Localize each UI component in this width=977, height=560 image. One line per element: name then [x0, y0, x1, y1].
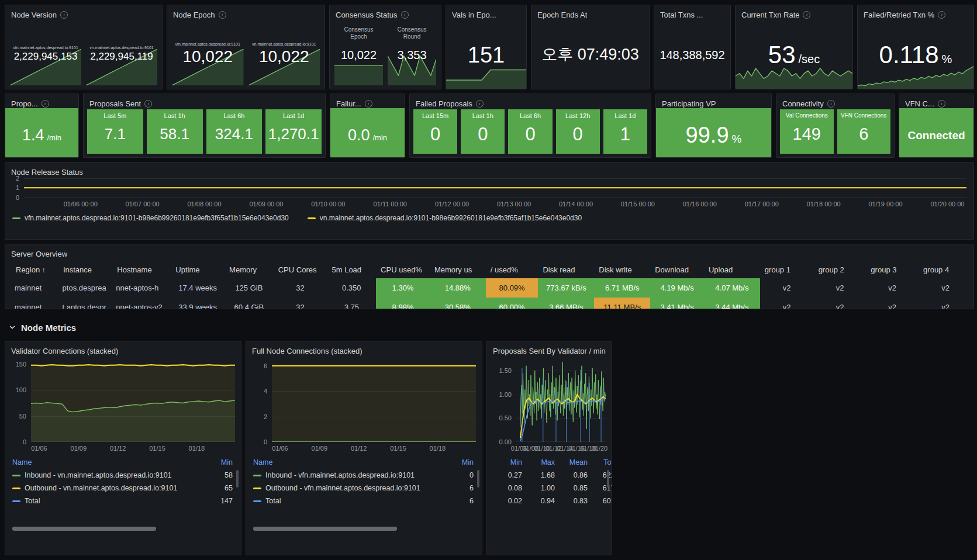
full-node-connections-chart[interactable]: 642001/0601/0901/1201/1501/18 — [248, 360, 476, 452]
legend-col-min[interactable]: Min — [205, 458, 237, 466]
panel-header[interactable]: Proposals Sent By Validator / min — [487, 341, 612, 357]
column-header--used-[interactable]: / used% — [486, 261, 538, 278]
legend-series-label[interactable]: Outbound - vn.mainnet.aptos.despread.io:… — [25, 484, 177, 492]
x-axis-label: 01/13 00:00 — [497, 201, 531, 208]
legend-value: 6 — [446, 484, 478, 492]
section-node-metrics[interactable]: Node Metrics — [8, 320, 76, 334]
stat-value: 58.1 — [160, 126, 189, 141]
legend-value: 0.27 — [494, 471, 527, 479]
info-icon[interactable]: i — [938, 11, 945, 19]
panel-title-text: Failed Proposals — [416, 99, 472, 108]
plot-column: 01/06 00:0001/07 00:0001/08 00:0001/09 0… — [24, 177, 966, 209]
y-axis-label: 4 — [264, 388, 267, 395]
column-header-download[interactable]: Download — [650, 261, 704, 278]
legend-scrollbar-vertical[interactable] — [236, 470, 239, 488]
legend-series-label[interactable]: Outbound - vfn.mainnet.aptos.despread.io… — [265, 484, 420, 492]
legend-col-total[interactable]: Total⌄ — [592, 458, 612, 466]
legend-scrollbar-horizontal[interactable] — [12, 527, 156, 531]
plot-area[interactable] — [272, 360, 476, 442]
legend-scrollbar-horizontal[interactable] — [253, 527, 397, 531]
panel-connectivity: ConnectivityiVal Connections149VFN Conne… — [776, 94, 895, 158]
legend-col-name[interactable]: Name — [253, 458, 446, 466]
info-icon[interactable]: i — [803, 11, 810, 19]
x-axis-label: 01/18 00:00 — [807, 201, 841, 208]
table-cell: 3.75 — [327, 298, 376, 309]
plot-area[interactable] — [516, 360, 606, 442]
panel-header[interactable]: Node Release Status — [5, 163, 973, 178]
panel-header[interactable]: Failed/Retried Txn %i — [858, 5, 973, 20]
legend-col-mean[interactable]: Mean — [560, 458, 592, 466]
info-icon[interactable]: i — [938, 100, 945, 108]
panel-header[interactable]: Vals in Epo... — [446, 5, 526, 20]
column-header-disk-write[interactable]: Disk write — [594, 261, 650, 278]
validator-connections-chart[interactable]: 15010050001/0601/0901/1201/1501/18 — [8, 360, 235, 452]
legend-row: Outbound - vfn.mainnet.aptos.despread.io… — [253, 482, 478, 495]
x-axis-label: 01/08 00:00 — [187, 201, 221, 208]
column-header-group-1[interactable]: group 1 — [760, 261, 814, 278]
panel-server-overview: Server Overview Region ↑instanceHostname… — [5, 244, 974, 309]
column-header-disk-read[interactable]: Disk read — [538, 261, 594, 278]
legend-series-label[interactable]: Inbound - vn.mainnet.aptos.despread.io:9… — [25, 471, 172, 479]
legend-col-name[interactable]: Name — [12, 458, 205, 466]
table-cell: mainnet — [11, 298, 59, 309]
legend-col-min[interactable]: Min — [446, 458, 478, 466]
panel-header[interactable]: Validator Connections (stacked) — [5, 341, 241, 357]
panel-header[interactable]: Proposals Senti — [84, 94, 325, 109]
stat-label: Last 1h — [461, 112, 505, 119]
column-header-5m-load[interactable]: 5m Load — [327, 261, 376, 278]
legend-series-label[interactable]: Total — [265, 497, 281, 505]
panel-header[interactable]: Participating VP — [656, 94, 771, 109]
column-header-group-4[interactable]: group 4 — [919, 261, 972, 278]
info-icon[interactable]: i — [42, 100, 49, 108]
panel-header[interactable]: Server Overview — [5, 244, 973, 260]
panel-header[interactable]: Failur...i — [330, 94, 405, 109]
legend-item[interactable]: vfn.mainnet.aptos.despread.io:9101-b98e6… — [12, 214, 289, 222]
legend-value: 58 — [205, 471, 237, 479]
release-status-chart[interactable]: 21001/06 00:0001/07 00:0001/08 00:0001/0… — [10, 177, 966, 209]
panel-header[interactable]: VFN C...i — [899, 94, 973, 109]
legend-scrollbar-vertical[interactable] — [607, 470, 609, 488]
info-icon[interactable]: i — [401, 11, 409, 19]
panel-header[interactable]: Propo...i — [5, 94, 78, 109]
panel-header[interactable]: Full Node Connections (stacked) — [246, 341, 482, 357]
info-icon[interactable]: i — [219, 11, 226, 19]
panel-header[interactable]: Epoch Ends At — [531, 5, 649, 20]
column-header-cpu-used-[interactable]: CPU used% — [376, 261, 430, 278]
column-header-memory-us[interactable]: Memory us — [430, 261, 486, 278]
column-header-hostname[interactable]: Hostname — [112, 261, 171, 278]
column-header-upload[interactable]: Upload — [704, 261, 760, 278]
legend-series-label[interactable]: Total — [25, 497, 40, 505]
plot-area[interactable] — [24, 177, 966, 198]
column-header-region[interactable]: Region ↑ — [11, 261, 59, 278]
plot-area[interactable] — [31, 360, 235, 442]
table-cell: 14.88% — [430, 278, 486, 298]
legend-col-max[interactable]: Max — [527, 458, 560, 466]
proposals-chart[interactable]: 1.501.000.500.0001/0601/0801/1001/1201/1… — [489, 360, 606, 452]
column-header-cpu-cores[interactable]: CPU Cores — [274, 261, 327, 278]
column-header-instance[interactable]: instance — [59, 261, 113, 278]
panel-header[interactable]: Failed Proposalsi — [410, 94, 651, 109]
legend-scrollbar-vertical[interactable] — [477, 470, 479, 488]
info-icon[interactable]: i — [476, 100, 484, 108]
panel-header[interactable]: Node Epochi — [167, 5, 324, 20]
panel-header[interactable]: Consensus Statusi — [330, 5, 441, 20]
panel-header[interactable]: Total Txns ... — [654, 5, 730, 20]
legend-item[interactable]: vn.mainnet.aptos.despread.io:9101-b98e6b… — [308, 214, 582, 222]
stat-value: 149 — [793, 126, 821, 143]
legend-col-min[interactable]: Min — [494, 458, 527, 466]
column-header-group-2[interactable]: group 2 — [814, 261, 866, 278]
info-icon[interactable]: i — [60, 11, 68, 19]
column-header-memory[interactable]: Memory — [225, 261, 274, 278]
legend-series-label[interactable]: Inbound - vfn.mainnet.aptos.despread.io:… — [265, 471, 415, 479]
panel-header[interactable]: Connectivityi — [776, 94, 894, 109]
column-header-uptime[interactable]: Uptime — [171, 261, 225, 278]
table-cell: 32 — [274, 298, 327, 309]
info-icon[interactable]: i — [144, 100, 152, 108]
y-axis-label: 1 — [16, 184, 19, 191]
column-header-group-3[interactable]: group 3 — [866, 261, 919, 278]
info-icon[interactable]: i — [827, 100, 835, 108]
info-icon[interactable]: i — [365, 100, 372, 108]
panel-header[interactable]: Node Versioni — [5, 5, 162, 20]
legend-series: Outbound - vn.mainnet.aptos.despread.io:… — [12, 484, 205, 492]
panel-header[interactable]: Current Txn Ratei — [736, 5, 852, 20]
